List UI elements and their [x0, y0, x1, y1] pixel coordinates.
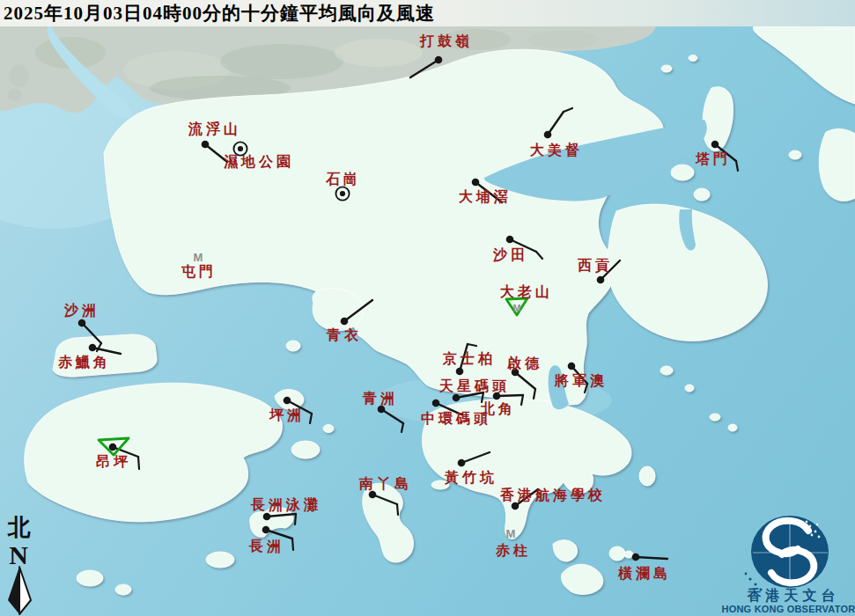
soko-island	[115, 584, 131, 595]
station-label: 天星碼頭	[439, 378, 510, 394]
missing-data-flag: M	[194, 251, 203, 264]
station-label: 塔門	[695, 151, 731, 166]
wind-barb-feather	[138, 457, 139, 469]
station-label: 將軍澳	[554, 373, 608, 388]
station-dot	[432, 400, 440, 407]
waglan-islet	[624, 551, 633, 558]
station-dot	[458, 459, 466, 467]
station-label: 中環碼頭	[421, 411, 491, 427]
calm-symbol-icon	[238, 146, 243, 151]
station-label: 青洲	[362, 391, 398, 406]
logo-chinese: 香港天文台	[747, 587, 840, 603]
wind-map-page: 打鼓嶺流浮山濕地公園石崗大美督塔門大埔滘沙田西貢M屯門M大老山沙洲赤鱲角青衣京士…	[0, 0, 855, 616]
station-label: 石崗	[325, 172, 361, 187]
islet	[710, 414, 720, 421]
islet	[10, 64, 29, 87]
station-dot	[369, 491, 377, 499]
station-dot	[472, 179, 480, 187]
islet	[8, 89, 22, 101]
station-label: 屯門	[181, 264, 217, 279]
station-dot	[202, 141, 210, 149]
station-dot	[341, 318, 349, 326]
station-dot	[109, 444, 117, 451]
station-label: 京士柏	[442, 350, 496, 366]
missing-data-flag: M	[506, 527, 516, 540]
station-label: 大埔滘	[459, 188, 512, 204]
islet	[609, 546, 625, 561]
islet	[689, 55, 697, 62]
station-label: 西貢	[577, 258, 613, 274]
station-label: 大老山	[500, 284, 553, 299]
islet	[694, 188, 710, 201]
station-dot	[597, 276, 605, 284]
hong-kong-map: 打鼓嶺流浮山濕地公園石崗大美督塔門大埔滘沙田西貢M屯門M大老山沙洲赤鱲角青衣京士…	[0, 0, 855, 616]
station-dot	[262, 526, 270, 534]
islet	[660, 366, 673, 375]
station-label: 大美督	[530, 142, 583, 158]
station-label: 昂坪	[96, 454, 131, 469]
station-label: 濕地公園	[223, 154, 294, 170]
urban-texture	[528, 31, 599, 48]
islet	[661, 65, 672, 72]
wind-barb-feather	[295, 514, 296, 524]
soko-island	[77, 570, 103, 586]
station-dot	[284, 397, 291, 405]
station-dot	[78, 319, 86, 327]
station-label: 黃竹坑	[444, 470, 498, 485]
station-label: 長洲	[248, 539, 284, 554]
station-dot	[493, 392, 501, 400]
station-dot	[435, 56, 443, 64]
hei-ling-chau-island	[291, 441, 320, 458]
islet	[789, 150, 801, 159]
station-dot	[263, 513, 271, 521]
compass-letter: N	[9, 540, 28, 569]
station-label: 橫瀾島	[617, 566, 671, 581]
wind-barb-feather	[397, 504, 398, 515]
map-title: 2025年10月03日04時00分的十分鐘平均風向及風速	[0, 0, 855, 26]
station-dot	[512, 502, 520, 510]
urban-texture	[335, 39, 423, 67]
station-dot	[378, 406, 386, 414]
title-bar: 2025年10月03日04時00分的十分鐘平均風向及風速	[0, 0, 855, 26]
station-label: 啟德	[506, 356, 542, 370]
station-dot	[453, 394, 461, 402]
station-label: 坪洲	[269, 407, 305, 422]
station-dot	[456, 368, 464, 376]
station-dot	[711, 141, 719, 149]
station-dot	[568, 363, 576, 370]
islet	[323, 425, 334, 433]
missing-data-flag: M	[512, 303, 520, 313]
islet	[685, 385, 694, 392]
shek-kwu-chau-island	[206, 552, 234, 568]
station-label: 沙洲	[63, 303, 100, 318]
station-dot	[506, 236, 514, 244]
tung-lung-island	[639, 466, 655, 486]
station-label: 赤柱	[495, 543, 531, 558]
station-label: 香港航海學校	[499, 487, 606, 502]
wind-barb-staff	[497, 395, 523, 396]
ma-wan-island	[286, 341, 300, 351]
station-label: 沙田	[492, 247, 528, 262]
station-label: 長洲泳灘	[250, 496, 321, 512]
station-label: 南丫島	[358, 476, 412, 491]
calm-symbol-icon	[340, 191, 345, 196]
islet	[671, 165, 694, 180]
islet	[728, 424, 737, 431]
station-dot	[544, 131, 552, 139]
compass-hanzi: 北	[7, 515, 31, 540]
station-label: 流浮山	[188, 121, 241, 136]
station-label: 赤鱲角	[57, 355, 111, 370]
station-dot	[89, 344, 97, 352]
wind-barb-feather	[292, 539, 293, 550]
compass-north: 北 N	[7, 515, 31, 614]
urban-texture	[220, 44, 343, 79]
station-label: 打鼓嶺	[419, 33, 473, 48]
station-label: 青衣	[326, 327, 362, 342]
station-dot	[632, 554, 640, 561]
logo-english: HONG KONG OBSERVATORY	[722, 604, 855, 614]
